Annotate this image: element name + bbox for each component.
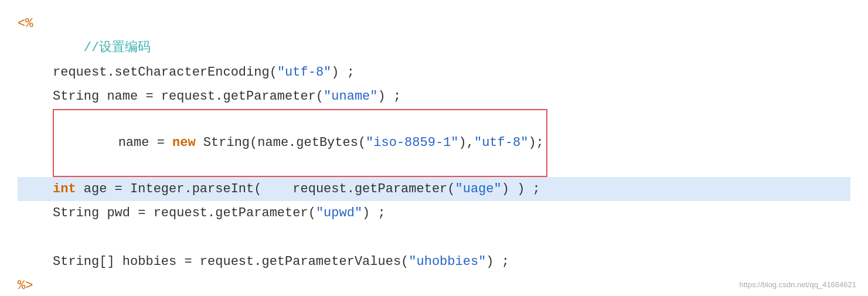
line5-mid: String(name.getBytes("iso-8859-1"),"utf-… [196, 135, 544, 150]
line7-text: String pwd = request.getParameter("upwd"… [53, 202, 386, 224]
comment-text: //设置编码 [53, 37, 151, 59]
open-tag: <% [18, 13, 33, 35]
line6-rest: age = Integer.parseInt( request.getParam… [76, 178, 540, 200]
code-container: <% //设置编码 request.setCharacterEncoding("… [0, 0, 868, 296]
code-block: <% //设置编码 request.setCharacterEncoding("… [18, 12, 850, 296]
line9-text: String[] hobbies = request.getParameterV… [53, 251, 509, 273]
code-line-10: %> [18, 274, 850, 296]
close-tag: %> [18, 275, 33, 296]
line6-int: int [53, 178, 76, 200]
code-line-2: //设置编码 [53, 36, 850, 60]
code-line-9: String[] hobbies = request.getParameterV… [53, 250, 850, 274]
code-line-5-boxed: name = new String(name.getBytes("iso-885… [18, 109, 850, 177]
watermark: https://blog.csdn.net/qq_41684621 [740, 280, 857, 289]
line5-new: new [172, 135, 196, 150]
code-line-6: int age = Integer.parseInt( request.getP… [18, 177, 850, 201]
code-line-1: <% [18, 12, 850, 36]
line5-name: name = [118, 135, 172, 150]
code-line-4: String name = request.getParameter("unam… [53, 84, 850, 108]
highlighted-box: name = new String(name.getBytes("iso-885… [53, 109, 547, 177]
code-line-7: String pwd = request.getParameter("upwd"… [53, 201, 850, 225]
code-line-8 [18, 226, 850, 250]
line3-text: request.setCharacterEncoding("utf-8") ; [53, 62, 355, 83]
line4-text: String name = request.getParameter("unam… [53, 86, 401, 107]
code-line-3: request.setCharacterEncoding("utf-8") ; [53, 60, 850, 84]
